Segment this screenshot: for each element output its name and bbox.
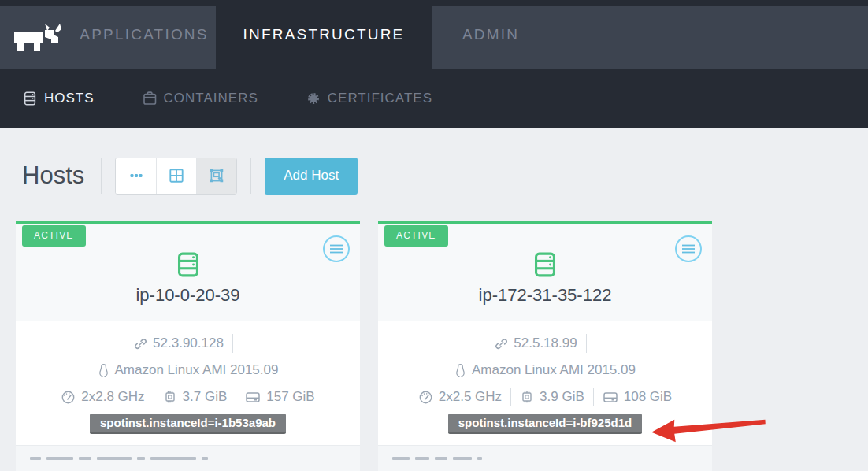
- host-ip-row: 52.5.18.99: [378, 332, 712, 354]
- host-memory: 3.9 GiB: [540, 389, 584, 405]
- subnav-item-containers[interactable]: CONTAINERS: [142, 91, 258, 106]
- hosts-toolbar: Hosts: [22, 157, 868, 195]
- toolbar-divider: [101, 158, 102, 194]
- tab-infrastructure[interactable]: INFRASTRUCTURE: [216, 0, 432, 69]
- grid-view-icon: [168, 167, 185, 184]
- disk-icon: [603, 391, 618, 404]
- host-name[interactable]: ip-10-0-20-39: [16, 285, 360, 306]
- host-card-details: 52.3.90.128 Amazon Linux AMI 2015.09: [16, 321, 360, 446]
- linux-tux-icon: [454, 363, 466, 377]
- cpu-gauge-icon: [418, 390, 433, 405]
- host-specs-row: 2x2.8 GHz 3.7 GiB: [16, 386, 360, 408]
- host-menu-button[interactable]: [323, 236, 350, 262]
- host-card-1: ACTIVE ip-10-0-20-39: [16, 221, 360, 471]
- link-icon: [495, 337, 508, 350]
- containers-icon: [142, 91, 158, 106]
- subnav-label-certificates: CERTIFICATES: [328, 91, 432, 106]
- host-cpu: 2x2.8 GHz: [81, 389, 144, 405]
- clipped-text: [97, 457, 132, 460]
- clipped-text: [392, 457, 410, 460]
- hosts-icon: [22, 91, 38, 106]
- host-server-icon: [531, 268, 559, 281]
- detail-divider: [236, 388, 236, 406]
- list-view-icon: [129, 169, 143, 183]
- page-title: Hosts: [22, 161, 84, 190]
- top-nav: APPLICATIONS INFRASTRUCTURE ADMIN: [0, 0, 868, 69]
- status-badge: ACTIVE: [384, 225, 448, 247]
- disk-icon: [245, 391, 261, 404]
- host-public-ip: 52.3.90.128: [153, 336, 224, 351]
- link-icon: [134, 337, 147, 350]
- machine-view-button[interactable]: [196, 158, 236, 194]
- host-storage: 157 GiB: [266, 389, 314, 405]
- detail-divider: [510, 388, 511, 406]
- linux-tux-icon: [98, 363, 109, 377]
- cow-logo-icon: [10, 20, 62, 54]
- clipped-text: [137, 457, 145, 460]
- toolbar-divider: [250, 158, 251, 194]
- detail-divider: [593, 388, 594, 406]
- clipped-text: [30, 457, 41, 460]
- host-ip-row: 52.3.90.128: [16, 332, 360, 354]
- clipped-text: [435, 457, 447, 460]
- clipped-text: [46, 457, 73, 460]
- rancher-app-window: APPLICATIONS INFRASTRUCTURE ADMIN HOSTS: [0, 0, 868, 471]
- rancher-logo[interactable]: [0, 0, 72, 69]
- host-menu-button[interactable]: [675, 236, 702, 262]
- detail-divider: [154, 388, 154, 406]
- memory-chip-icon: [520, 390, 534, 404]
- grid-view-button[interactable]: [156, 158, 196, 194]
- host-label-chip: spotinst.instanceId=i-bf925d1d: [448, 414, 642, 434]
- host-os: Amazon Linux AMI 2015.09: [115, 362, 279, 378]
- detail-divider: [232, 334, 233, 353]
- detail-divider: [586, 334, 587, 353]
- machine-view-icon: [208, 167, 225, 184]
- host-server-icon: [174, 268, 202, 281]
- clipped-text: [415, 457, 429, 460]
- clipped-text: [150, 457, 196, 460]
- clipped-text: [453, 457, 472, 460]
- add-host-button[interactable]: Add Host: [265, 158, 358, 195]
- host-specs-row: 2x2.5 GHz 3.9 GiB: [378, 386, 712, 408]
- cpu-gauge-icon: [61, 390, 76, 405]
- infrastructure-sub-nav: HOSTS CONTAINERS CERTIFICATES: [0, 69, 868, 128]
- clipped-text: [477, 457, 482, 460]
- list-view-button[interactable]: [116, 158, 156, 194]
- tab-applications[interactable]: APPLICATIONS: [72, 0, 216, 69]
- clipped-text: [202, 457, 208, 460]
- hamburger-menu-icon: [681, 243, 696, 254]
- clipped-text: [79, 457, 91, 460]
- host-storage: 108 GiB: [624, 389, 672, 405]
- host-card-footer-clipped: [378, 446, 712, 471]
- subnav-label-containers: CONTAINERS: [164, 91, 258, 106]
- host-memory: 3.7 GiB: [183, 389, 228, 405]
- subnav-item-hosts[interactable]: HOSTS: [22, 91, 95, 106]
- host-label-chip: spotinst.instanceId=i-1b53a9ab: [90, 414, 286, 434]
- host-name[interactable]: ip-172-31-35-122: [378, 285, 712, 306]
- host-public-ip: 52.5.18.99: [514, 336, 577, 351]
- host-os-row: Amazon Linux AMI 2015.09: [16, 359, 360, 381]
- host-os: Amazon Linux AMI 2015.09: [472, 362, 636, 378]
- hamburger-menu-icon: [329, 243, 343, 254]
- tab-admin[interactable]: ADMIN: [432, 0, 550, 69]
- host-labels-row: spotinst.instanceId=i-1b53a9ab: [16, 414, 360, 434]
- host-cpu: 2x2.5 GHz: [439, 389, 502, 405]
- memory-chip-icon: [163, 390, 177, 404]
- subnav-item-certificates[interactable]: CERTIFICATES: [306, 91, 432, 106]
- view-toggle-group: [115, 158, 237, 195]
- host-os-row: Amazon Linux AMI 2015.09: [378, 359, 712, 381]
- certificates-icon: [306, 91, 321, 106]
- status-badge: ACTIVE: [22, 225, 86, 247]
- host-card-footer-clipped: [16, 446, 360, 471]
- subnav-label-hosts: HOSTS: [44, 91, 95, 106]
